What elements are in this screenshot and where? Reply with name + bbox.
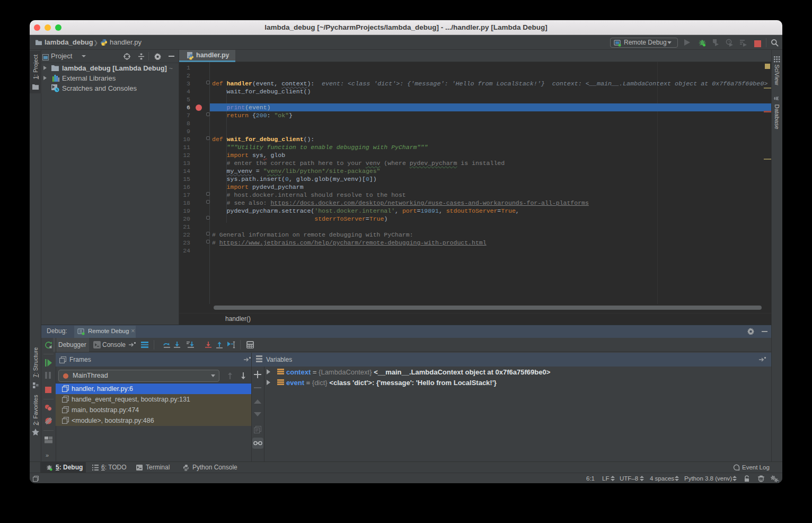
svg-text:?: ? (778, 479, 779, 483)
